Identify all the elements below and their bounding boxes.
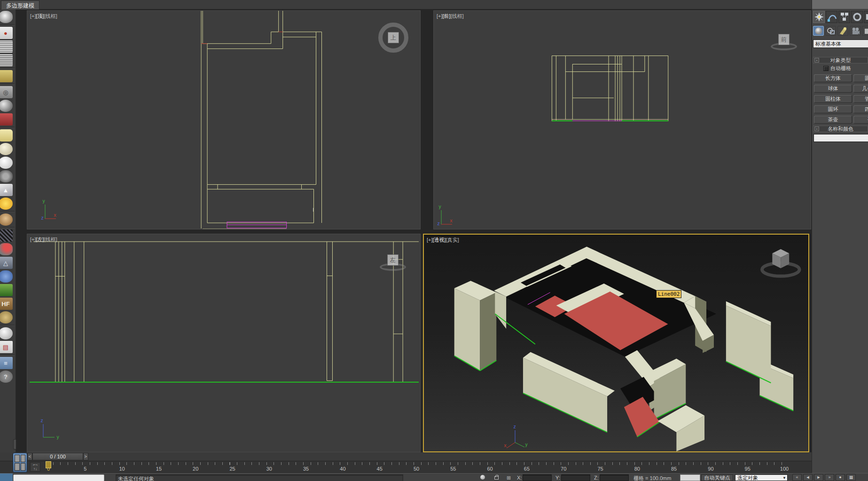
maxscript-listener-margin[interactable] <box>0 473 13 481</box>
checker-icon[interactable] <box>0 229 13 242</box>
render-presets-icon[interactable] <box>0 54 13 66</box>
name-color-rollout[interactable]: - 名称和颜色 <box>813 126 868 132</box>
ribbon-tab-polygon-modeling[interactable]: 多边形建模 <box>1 0 39 9</box>
cream-sphere-icon[interactable] <box>0 143 13 155</box>
cameras-icon[interactable] <box>850 26 860 36</box>
viewport-shading-menu[interactable]: [线框] <box>451 13 464 19</box>
hotkeys-icon[interactable] <box>0 70 13 82</box>
viewport-perspective-label[interactable]: [+][透视][真实] <box>427 237 459 244</box>
sun-icon[interactable] <box>0 197 13 210</box>
primitive-category-dropdown[interactable]: 标准基本体 <box>813 39 868 48</box>
viewport-view-menu[interactable]: [透视] <box>433 237 446 243</box>
viewport-left-label[interactable]: [+][左][线框] <box>30 236 57 243</box>
viewport-front[interactable]: [+][前][线框] <box>433 10 811 229</box>
blue-flower-icon[interactable] <box>0 270 13 283</box>
gray-sphere-icon[interactable] <box>0 327 13 339</box>
viewport-front-label[interactable]: [+][前][线框] <box>437 13 464 20</box>
rollout-collapse-icon[interactable]: - <box>814 126 819 131</box>
selection-filter-dropdown[interactable]: 选定对象 ▼ <box>735 474 788 481</box>
rollout-collapse-icon[interactable]: - <box>814 58 819 63</box>
rendered-frame-icon[interactable]: ● <box>0 27 13 39</box>
viewport-shading-menu[interactable]: [线框] <box>44 13 57 19</box>
viewport-view-menu[interactable]: [前] <box>443 13 451 19</box>
z-coord-field[interactable] <box>600 474 629 481</box>
grass-icon[interactable] <box>0 284 13 296</box>
material-sphere-icon[interactable] <box>0 100 13 112</box>
selection-lock-icon[interactable] <box>494 476 499 480</box>
viewport-menu-icon[interactable]: [+] <box>30 237 36 242</box>
open-mini-curve-editor-button[interactable]: ⌐¬↑↓ <box>30 462 40 472</box>
teapot-button[interactable]: 茶壶 <box>814 116 852 124</box>
viewport-menu-icon[interactable]: [+] <box>427 237 433 243</box>
transform-type-in-icon[interactable]: ⊞ <box>507 475 511 481</box>
tab-display[interactable] <box>864 11 868 23</box>
previous-frame-button[interactable]: ◄ <box>803 474 813 481</box>
viewport-view-menu[interactable]: [左] <box>36 237 44 242</box>
render-setup-icon[interactable] <box>0 40 13 53</box>
fur-icon[interactable]: HF <box>0 298 13 310</box>
white-circle-icon[interactable] <box>0 157 13 169</box>
viewcube-top-face[interactable]: 上 <box>388 32 399 43</box>
play-button[interactable]: ► <box>814 474 823 481</box>
viewport-top-label[interactable]: [+][顶][线框] <box>30 13 57 20</box>
time-config-button[interactable]: ▦ <box>846 474 856 481</box>
track-bar[interactable]: 0510152025303540455055606570758085909510… <box>0 461 812 473</box>
teapot-wire-icon[interactable] <box>0 170 13 182</box>
current-frame-marker[interactable] <box>46 461 51 468</box>
script-panel-icon[interactable]: ≡ <box>0 357 13 369</box>
viewcube-3d[interactable] <box>762 249 799 276</box>
pyramid-button[interactable]: 四棱锥 <box>853 105 868 113</box>
isolate-selection-icon[interactable] <box>480 475 485 480</box>
bitmap-pages-icon[interactable]: ▤ <box>0 341 13 353</box>
box-button[interactable]: 长方体 <box>814 74 852 82</box>
auto-key-button[interactable]: 自动关键点 <box>701 474 733 481</box>
viewport-layout-tabs-button[interactable] <box>13 453 27 473</box>
tab-motion[interactable] <box>851 11 863 23</box>
viewcube-left-face[interactable]: 左 <box>387 254 399 266</box>
viewport-menu-icon[interactable]: [+] <box>437 13 443 19</box>
video-device-icon[interactable] <box>0 113 13 126</box>
plane-button[interactable]: 平面 <box>853 116 868 124</box>
time-slider-handle[interactable]: 0 / 100 <box>32 453 83 460</box>
hedgehog-icon[interactable] <box>0 311 13 323</box>
x-coord-field[interactable] <box>523 474 552 481</box>
tab-create[interactable] <box>813 11 825 23</box>
red-ball-tool-icon[interactable] <box>0 243 13 255</box>
cylinder-button[interactable]: 圆柱体 <box>814 95 852 103</box>
shapes-icon[interactable] <box>825 26 836 36</box>
previous-frame-arrow[interactable]: < <box>27 453 32 460</box>
geometry-icon[interactable] <box>813 26 824 36</box>
key-mode-button[interactable]: ● <box>836 474 845 481</box>
autogrid-checkbox[interactable] <box>823 66 829 71</box>
mountain-icon[interactable]: ▲ <box>0 184 13 196</box>
viewport-shading-menu[interactable]: [线框] <box>44 237 57 242</box>
object-name-field[interactable] <box>813 134 868 142</box>
help-icon[interactable]: ? <box>0 371 13 383</box>
viewport-left[interactable]: [+][左][线框] 左 <box>27 234 421 452</box>
viewport-view-menu[interactable]: [顶] <box>36 13 44 19</box>
maxscript-mini-listener[interactable] <box>13 474 104 481</box>
viewport-perspective[interactable]: [+][透视][真实] <box>423 234 809 452</box>
render-teapot-icon[interactable] <box>0 11 13 23</box>
y-coord-field[interactable] <box>561 474 590 481</box>
wire-pyramid-icon[interactable]: △ <box>0 257 13 269</box>
viewport-menu-icon[interactable]: [+] <box>30 13 36 19</box>
viewport-top[interactable]: [+][顶][线框] <box>27 10 421 229</box>
sphere-button[interactable]: 球体 <box>814 85 852 93</box>
geosphere-button[interactable]: 几何球体 <box>853 85 868 93</box>
next-frame-button[interactable]: » <box>825 474 834 481</box>
cone-button[interactable]: 圆锥体 <box>853 74 868 82</box>
object-type-rollout[interactable]: - 对象类型 <box>813 57 868 63</box>
go-to-start-button[interactable]: « <box>792 474 802 481</box>
viewport-shading-menu[interactable]: [真实] <box>446 237 459 243</box>
torus-button[interactable]: 圆环 <box>814 105 852 113</box>
butter-box-icon[interactable] <box>0 129 13 142</box>
bowl-icon[interactable] <box>0 213 13 226</box>
next-frame-arrow[interactable]: > <box>83 453 88 460</box>
helpers-icon[interactable] <box>862 26 868 36</box>
tube-button[interactable]: 管状体 <box>853 95 868 103</box>
camera-icon[interactable]: ◎ <box>0 86 13 98</box>
tab-modify[interactable] <box>826 11 837 23</box>
lights-icon[interactable] <box>837 26 848 36</box>
viewcube-front-face[interactable]: 前 <box>778 34 790 45</box>
